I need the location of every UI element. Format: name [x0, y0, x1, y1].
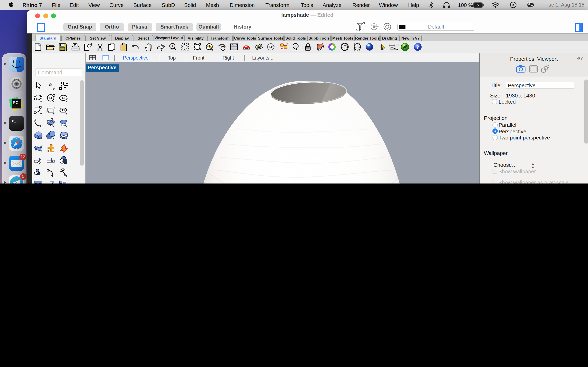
svg-text:>_: >_: [11, 119, 16, 124]
svg-text:?: ?: [416, 44, 419, 50]
svg-text:PC: PC: [12, 100, 18, 105]
